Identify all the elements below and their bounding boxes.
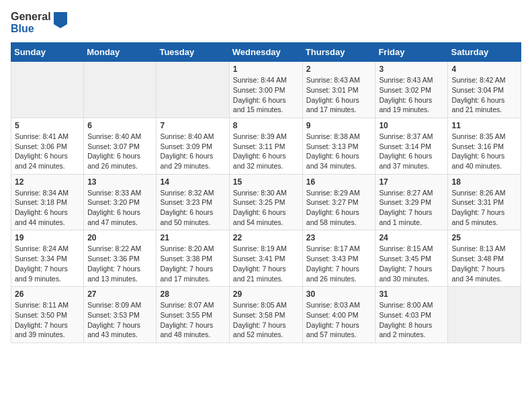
- calendar-week-4: 19Sunrise: 8:24 AM Sunset: 3:34 PM Dayli…: [11, 230, 521, 287]
- day-number: 8: [233, 121, 299, 130]
- calendar-cell: 17Sunrise: 8:27 AM Sunset: 3:29 PM Dayli…: [375, 174, 448, 230]
- calendar-cell: 24Sunrise: 8:15 AM Sunset: 3:45 PM Dayli…: [375, 230, 448, 287]
- logo-flag-icon: [54, 12, 67, 34]
- day-info: Sunrise: 8:13 AM Sunset: 3:48 PM Dayligh…: [451, 244, 517, 283]
- calendar-cell: 28Sunrise: 8:07 AM Sunset: 3:55 PM Dayli…: [157, 287, 229, 343]
- weekday-header-wednesday: Wednesday: [229, 43, 302, 62]
- day-info: Sunrise: 8:00 AM Sunset: 4:03 PM Dayligh…: [379, 300, 444, 340]
- weekday-header-tuesday: Tuesday: [157, 43, 229, 62]
- day-number: 29: [233, 289, 299, 299]
- calendar-week-2: 5Sunrise: 8:41 AM Sunset: 3:06 PM Daylig…: [11, 118, 521, 174]
- calendar-cell: 19Sunrise: 8:24 AM Sunset: 3:34 PM Dayli…: [11, 230, 84, 287]
- day-info: Sunrise: 8:34 AM Sunset: 3:18 PM Dayligh…: [15, 188, 80, 228]
- calendar-cell: 9Sunrise: 8:38 AM Sunset: 3:13 PM Daylig…: [302, 118, 375, 174]
- logo: GeneralBlue: [11, 11, 67, 34]
- day-info: Sunrise: 8:43 AM Sunset: 3:01 PM Dayligh…: [306, 75, 372, 115]
- day-info: Sunrise: 8:35 AM Sunset: 3:16 PM Dayligh…: [451, 132, 517, 171]
- logo-general-text: General: [11, 11, 51, 23]
- calendar-cell: 10Sunrise: 8:37 AM Sunset: 3:14 PM Dayli…: [375, 118, 448, 174]
- day-number: 19: [15, 233, 80, 242]
- day-number: 3: [379, 64, 444, 74]
- day-info: Sunrise: 8:32 AM Sunset: 3:23 PM Dayligh…: [160, 188, 225, 228]
- calendar-cell: 6Sunrise: 8:40 AM Sunset: 3:07 PM Daylig…: [84, 118, 157, 174]
- calendar-cell: 11Sunrise: 8:35 AM Sunset: 3:16 PM Dayli…: [448, 118, 521, 174]
- day-number: 22: [233, 233, 299, 242]
- day-info: Sunrise: 8:09 AM Sunset: 3:53 PM Dayligh…: [87, 300, 152, 340]
- day-number: 30: [306, 289, 372, 299]
- day-number: 31: [379, 289, 444, 299]
- calendar-cell: 29Sunrise: 8:05 AM Sunset: 3:58 PM Dayli…: [229, 287, 302, 343]
- day-number: 5: [15, 121, 80, 130]
- day-info: Sunrise: 8:40 AM Sunset: 3:09 PM Dayligh…: [160, 132, 225, 171]
- day-number: 23: [306, 233, 372, 242]
- calendar-cell: 8Sunrise: 8:39 AM Sunset: 3:11 PM Daylig…: [229, 118, 302, 174]
- day-info: Sunrise: 8:26 AM Sunset: 3:31 PM Dayligh…: [451, 188, 517, 228]
- calendar-cell: 16Sunrise: 8:29 AM Sunset: 3:27 PM Dayli…: [302, 174, 375, 230]
- day-info: Sunrise: 8:29 AM Sunset: 3:27 PM Dayligh…: [306, 188, 372, 228]
- weekday-header-row: SundayMondayTuesdayWednesdayThursdayFrid…: [11, 43, 521, 62]
- day-number: 28: [160, 289, 225, 299]
- calendar-cell: 31Sunrise: 8:00 AM Sunset: 4:03 PM Dayli…: [375, 287, 448, 343]
- calendar-cell: 4Sunrise: 8:42 AM Sunset: 3:04 PM Daylig…: [448, 62, 521, 118]
- day-info: Sunrise: 8:41 AM Sunset: 3:06 PM Dayligh…: [15, 132, 80, 171]
- calendar-cell: 7Sunrise: 8:40 AM Sunset: 3:09 PM Daylig…: [157, 118, 229, 174]
- day-info: Sunrise: 8:33 AM Sunset: 3:20 PM Dayligh…: [87, 188, 152, 228]
- calendar-cell: 21Sunrise: 8:20 AM Sunset: 3:38 PM Dayli…: [157, 230, 229, 287]
- day-info: Sunrise: 8:42 AM Sunset: 3:04 PM Dayligh…: [451, 75, 517, 115]
- weekday-header-monday: Monday: [84, 43, 157, 62]
- day-info: Sunrise: 8:15 AM Sunset: 3:45 PM Dayligh…: [379, 244, 444, 283]
- day-number: 13: [87, 177, 152, 187]
- calendar-table: SundayMondayTuesdayWednesdayThursdayFrid…: [11, 42, 521, 343]
- day-number: 15: [233, 177, 299, 187]
- day-number: 6: [87, 121, 152, 130]
- day-number: 25: [451, 233, 517, 242]
- day-info: Sunrise: 8:24 AM Sunset: 3:34 PM Dayligh…: [15, 244, 80, 283]
- day-info: Sunrise: 8:39 AM Sunset: 3:11 PM Dayligh…: [233, 132, 299, 171]
- weekday-header-sunday: Sunday: [11, 43, 84, 62]
- day-number: 24: [379, 233, 444, 242]
- day-info: Sunrise: 8:44 AM Sunset: 3:00 PM Dayligh…: [233, 75, 299, 115]
- calendar-cell: [84, 62, 157, 118]
- svg-marker-0: [54, 12, 67, 28]
- day-number: 7: [160, 121, 225, 130]
- calendar-cell: 23Sunrise: 8:17 AM Sunset: 3:43 PM Dayli…: [302, 230, 375, 287]
- day-info: Sunrise: 8:17 AM Sunset: 3:43 PM Dayligh…: [306, 244, 372, 283]
- day-info: Sunrise: 8:37 AM Sunset: 3:14 PM Dayligh…: [379, 132, 444, 171]
- day-number: 10: [379, 121, 444, 130]
- calendar-cell: 18Sunrise: 8:26 AM Sunset: 3:31 PM Dayli…: [448, 174, 521, 230]
- day-number: 18: [451, 177, 517, 187]
- calendar-cell: [448, 287, 521, 343]
- calendar-cell: [11, 62, 84, 118]
- day-number: 16: [306, 177, 372, 187]
- calendar-cell: 30Sunrise: 8:03 AM Sunset: 4:00 PM Dayli…: [302, 287, 375, 343]
- day-number: 17: [379, 177, 444, 187]
- day-number: 1: [233, 64, 299, 74]
- day-number: 9: [306, 121, 372, 130]
- day-number: 12: [15, 177, 80, 187]
- day-info: Sunrise: 8:22 AM Sunset: 3:36 PM Dayligh…: [87, 244, 152, 283]
- calendar-cell: 26Sunrise: 8:11 AM Sunset: 3:50 PM Dayli…: [11, 287, 84, 343]
- day-number: 26: [15, 289, 80, 299]
- calendar-week-1: 1Sunrise: 8:44 AM Sunset: 3:00 PM Daylig…: [11, 62, 521, 118]
- calendar-cell: [157, 62, 229, 118]
- day-number: 27: [87, 289, 152, 299]
- calendar-cell: 5Sunrise: 8:41 AM Sunset: 3:06 PM Daylig…: [11, 118, 84, 174]
- day-info: Sunrise: 8:30 AM Sunset: 3:25 PM Dayligh…: [233, 188, 299, 228]
- day-info: Sunrise: 8:11 AM Sunset: 3:50 PM Dayligh…: [15, 300, 80, 340]
- day-number: 2: [306, 64, 372, 74]
- day-info: Sunrise: 8:20 AM Sunset: 3:38 PM Dayligh…: [160, 244, 225, 283]
- calendar-cell: 25Sunrise: 8:13 AM Sunset: 3:48 PM Dayli…: [448, 230, 521, 287]
- day-info: Sunrise: 8:38 AM Sunset: 3:13 PM Dayligh…: [306, 132, 372, 171]
- calendar-cell: 27Sunrise: 8:09 AM Sunset: 3:53 PM Dayli…: [84, 287, 157, 343]
- calendar-cell: 1Sunrise: 8:44 AM Sunset: 3:00 PM Daylig…: [229, 62, 302, 118]
- calendar-cell: 22Sunrise: 8:19 AM Sunset: 3:41 PM Dayli…: [229, 230, 302, 287]
- page-header: GeneralBlue: [11, 11, 521, 34]
- day-number: 11: [451, 121, 517, 130]
- day-info: Sunrise: 8:27 AM Sunset: 3:29 PM Dayligh…: [379, 188, 444, 228]
- day-number: 20: [87, 233, 152, 242]
- calendar-cell: 13Sunrise: 8:33 AM Sunset: 3:20 PM Dayli…: [84, 174, 157, 230]
- day-info: Sunrise: 8:19 AM Sunset: 3:41 PM Dayligh…: [233, 244, 299, 283]
- weekday-header-friday: Friday: [375, 43, 448, 62]
- day-info: Sunrise: 8:03 AM Sunset: 4:00 PM Dayligh…: [306, 300, 372, 340]
- calendar-cell: 3Sunrise: 8:43 AM Sunset: 3:02 PM Daylig…: [375, 62, 448, 118]
